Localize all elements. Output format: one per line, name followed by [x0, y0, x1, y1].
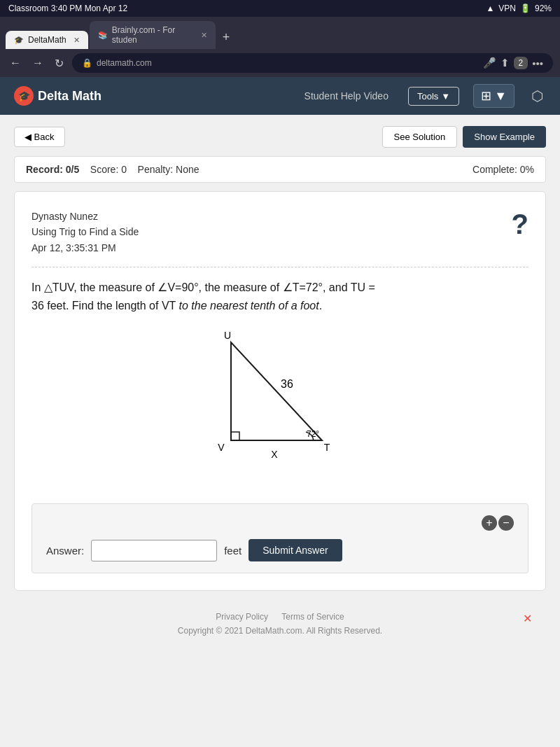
status-right: ▲ VPN 🔋 92% [486, 4, 552, 13]
action-buttons: See Solution Show Example [382, 126, 546, 148]
forward-nav-button[interactable]: → [29, 54, 46, 72]
answer-row: Answer: feet Submit Answer [46, 539, 514, 561]
footer-close-icon[interactable]: ✕ [523, 612, 532, 625]
problem-text: In △TUV, the measure of ∠V=90°, the meas… [31, 279, 528, 314]
tools-button[interactable]: Tools ▼ [408, 87, 459, 106]
diagram-container: U V T 36 72° X [31, 328, 528, 482]
footer-links: Privacy Policy Terms of Service ✕ [28, 612, 532, 622]
deltamath-tab-icon: 🎓 [14, 36, 24, 45]
question-end: . [319, 300, 322, 312]
calc-dropdown-icon: ▼ [494, 89, 507, 104]
browser-chrome: 🎓 DeltaMath ✕ 📚 Brainly.com - For studen… [0, 17, 560, 77]
terms-link[interactable]: Terms of Service [281, 612, 344, 622]
problem-topic: Using Trig to Find a Side [31, 224, 139, 239]
label-t: T [324, 442, 330, 453]
footer-wrapper: Privacy Policy Terms of Service ✕ Copyri… [14, 591, 546, 650]
record-value: 0/5 [66, 164, 79, 175]
units-label: feet [224, 545, 241, 557]
see-solution-button[interactable]: See Solution [382, 126, 458, 148]
label-x: X [271, 449, 278, 460]
share-icon[interactable]: ⬆ [500, 57, 510, 69]
address-text: deltamath.com [97, 58, 152, 68]
record-left: Record: 0/5 Score: 0 Penalty: None [26, 164, 200, 175]
zoom-in-button[interactable]: + [482, 515, 497, 531]
new-tab-button[interactable]: + [217, 27, 236, 48]
label-36: 36 [281, 378, 293, 390]
footer-copyright: Copyright © 2021 DeltaMath.com. All Righ… [28, 626, 532, 636]
lock-icon: 🔒 [82, 58, 92, 68]
refresh-button[interactable]: ↻ [52, 54, 66, 73]
status-bar: Classroom 3:40 PM Mon Apr 12 ▲ VPN 🔋 92% [0, 0, 560, 17]
label-u: U [224, 330, 231, 341]
answer-controls-top: + − [46, 515, 514, 531]
deltamath-tab-label: DeltaMath [28, 35, 66, 45]
label-v: V [218, 442, 225, 453]
tab-close-deltamath[interactable]: ✕ [74, 36, 80, 45]
student-info: Dynasty Nunez Using Trig to Find a Side … [31, 209, 139, 256]
top-actions: ◀ Back See Solution Show Example [14, 126, 546, 148]
problem-meta: Dynasty Nunez Using Trig to Find a Side … [31, 209, 528, 256]
question-line2: 36 feet. Find the length of VT [31, 300, 176, 312]
tab-brainly[interactable]: 📚 Brainly.com - For studen ✕ [90, 21, 216, 49]
microphone-icon[interactable]: 🎤 [483, 57, 496, 69]
score-label: Score: [90, 164, 118, 175]
record-bar: Record: 0/5 Score: 0 Penalty: None Compl… [14, 156, 546, 183]
address-bar: ← → ↻ 🔒 deltamath.com 🎤 ⬆ 2 ••• [0, 49, 560, 77]
problem-card: Dynasty Nunez Using Trig to Find a Side … [14, 191, 546, 591]
brainly-tab-label: Brainly.com - For studen [112, 25, 194, 45]
complete-info: Complete: 0% [472, 164, 534, 175]
zoom-buttons: + − [482, 515, 514, 531]
status-text: Classroom 3:40 PM Mon Apr 12 [8, 4, 127, 13]
tabs-bar: 🎓 DeltaMath ✕ 📚 Brainly.com - For studen… [0, 17, 560, 49]
penalty-value: None [176, 164, 199, 175]
submit-answer-button[interactable]: Submit Answer [248, 539, 342, 561]
app-logo-text: Delta Math [38, 89, 102, 104]
tab-close-brainly[interactable]: ✕ [201, 31, 207, 40]
tabs-badge[interactable]: 2 [514, 57, 528, 69]
divider [31, 267, 528, 267]
complete-label: Complete: [472, 164, 517, 175]
privacy-policy-link[interactable]: Privacy Policy [216, 612, 268, 622]
tools-dropdown-icon: ▼ [441, 91, 450, 102]
app-logo[interactable]: 🎓 Delta Math [14, 86, 102, 106]
question-italic: to the nearest tenth of a foot [179, 300, 319, 312]
battery-icon: 🔋 [520, 4, 531, 13]
back-nav-button[interactable]: ← [7, 54, 24, 72]
penalty-label: Penalty: [138, 164, 174, 175]
battery-level: 92% [535, 4, 552, 13]
tab-deltamath[interactable]: 🎓 DeltaMath ✕ [6, 31, 88, 49]
calculator-icon: ⊞ [481, 88, 491, 104]
record-label: Record: [26, 164, 63, 175]
svg-marker-0 [231, 342, 322, 440]
back-button[interactable]: ◀ Back [14, 127, 65, 147]
logout-button[interactable]: ⬡ [528, 85, 546, 107]
address-input-container[interactable]: 🔒 deltamath.com 🎤 ⬆ 2 ••• [72, 53, 553, 73]
question-line1: In △TUV, the measure of ∠V=90°, the meas… [31, 281, 375, 293]
student-name: Dynasty Nunez [31, 209, 139, 224]
calculator-button[interactable]: ⊞ ▼ [473, 84, 514, 108]
app-header: 🎓 Delta Math Student Help Video Tools ▼ … [0, 77, 560, 115]
complete-value: 0% [520, 164, 534, 175]
triangle-diagram: U V T 36 72° X [210, 328, 350, 482]
more-options-icon[interactable]: ••• [532, 57, 543, 69]
answer-section: + − Answer: feet Submit Answer [31, 503, 528, 573]
logo-icon: 🎓 [14, 86, 34, 106]
status-left: Classroom 3:40 PM Mon Apr 12 [8, 4, 127, 13]
signal-icon: ▲ [486, 4, 494, 13]
record-info: Record: 0/5 Score: 0 Penalty: None [26, 164, 200, 175]
answer-input[interactable] [91, 540, 217, 561]
show-example-button[interactable]: Show Example [463, 126, 546, 148]
score-value: 0 [121, 164, 127, 175]
brainly-tab-icon: 📚 [98, 31, 108, 40]
tools-label: Tools [417, 91, 438, 102]
svg-rect-1 [231, 432, 239, 440]
zoom-out-button[interactable]: − [498, 515, 514, 531]
footer: Privacy Policy Terms of Service ✕ Copyri… [14, 591, 546, 650]
vpn-label: VPN [498, 4, 516, 13]
help-icon[interactable]: ? [512, 209, 528, 240]
problem-date: Apr 12, 3:35:31 PM [31, 240, 139, 256]
student-help-video-button[interactable]: Student Help Video [299, 88, 394, 104]
main-content: ◀ Back See Solution Show Example Record:… [0, 115, 560, 661]
answer-label: Answer: [46, 545, 84, 557]
